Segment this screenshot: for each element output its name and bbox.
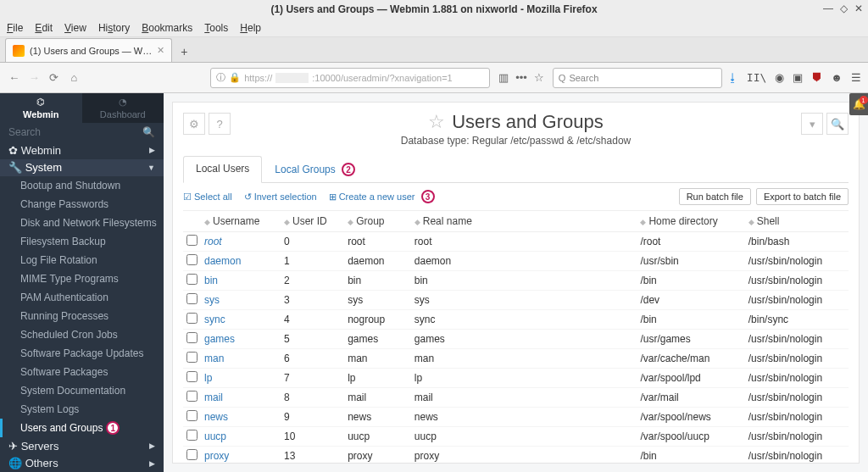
filter-button[interactable]: ▾ — [801, 113, 823, 135]
menu-edit[interactable]: Edit — [35, 22, 53, 34]
sidebar-item[interactable]: Software Package Updates — [0, 344, 164, 363]
cell-username[interactable]: man — [201, 349, 281, 369]
col-homedir[interactable]: ◆Home directory — [637, 211, 744, 232]
favorite-star-icon[interactable]: ☆ — [428, 111, 445, 133]
row-checkbox[interactable] — [183, 349, 201, 369]
col-realname[interactable]: ◆Real name — [411, 211, 637, 232]
reader-mode-icon[interactable]: ▥ — [498, 71, 509, 84]
row-checkbox[interactable] — [183, 427, 201, 447]
menu-help[interactable]: Help — [240, 22, 261, 34]
browser-tab[interactable]: (1) Users and Groups — W… ✕ — [5, 38, 172, 62]
sidebar-search[interactable]: Search 🔍 — [0, 123, 164, 142]
notification-tab[interactable]: 🔔 1 — [849, 93, 868, 115]
library-icon[interactable]: II\ — [747, 71, 766, 84]
cell-realname: mail — [411, 388, 637, 408]
cell-username[interactable]: sys — [201, 291, 281, 310]
row-checkbox[interactable] — [183, 291, 201, 310]
sidebar-item[interactable]: PAM Authentication — [0, 288, 164, 307]
tab-close-icon[interactable]: ✕ — [157, 45, 164, 56]
sidebar-icon[interactable]: ▣ — [793, 71, 803, 84]
sidebar-item[interactable]: Running Processes — [0, 307, 164, 325]
sidebar-tab-dashboard[interactable]: ◔ Dashboard — [82, 93, 164, 123]
cell-username[interactable]: sync — [201, 310, 281, 330]
notification-count: 1 — [860, 96, 868, 104]
sidebar-item[interactable]: MIME Type Programs — [0, 269, 164, 288]
sidebar-item[interactable]: Log File Rotation — [0, 251, 164, 269]
tab-local-groups[interactable]: Local Groups 2 — [262, 156, 368, 183]
cell-username[interactable]: proxy — [201, 447, 281, 464]
maximize-icon[interactable]: ◇ — [840, 3, 848, 14]
forward-button[interactable]: → — [27, 71, 42, 84]
cell-username[interactable]: games — [201, 330, 281, 349]
create-user-button[interactable]: ⊞Create a new user3 — [329, 190, 435, 203]
minimize-icon[interactable]: — — [823, 3, 833, 14]
sidebar-item[interactable]: Disk and Network Filesystems — [0, 214, 164, 232]
row-checkbox[interactable] — [183, 447, 201, 464]
help-button[interactable]: ? — [209, 113, 231, 135]
sidebar-item[interactable]: System Logs — [0, 400, 164, 419]
addon-icon[interactable]: ◉ — [775, 71, 784, 84]
sidebar-item[interactable]: Bootup and Shutdown — [0, 176, 164, 195]
row-checkbox[interactable] — [183, 310, 201, 330]
table-row: root0rootroot/root/bin/bash — [183, 232, 849, 252]
bookmark-star-icon[interactable]: ☆ — [534, 71, 544, 84]
row-checkbox[interactable] — [183, 252, 201, 271]
sidebar-section-others[interactable]: 🌐 Others ▶ — [0, 455, 164, 472]
invert-selection-button[interactable]: ↺Invert selection — [244, 192, 317, 203]
cell-username[interactable]: daemon — [201, 252, 281, 271]
reload-button[interactable]: ⟳ — [47, 71, 62, 84]
send-icon: ✈ — [8, 440, 18, 453]
search-bar[interactable]: Q Search — [553, 68, 722, 88]
col-userid[interactable]: ◆User ID — [281, 211, 344, 232]
sidebar-item[interactable]: Software Packages — [0, 363, 164, 381]
menu-bookmarks[interactable]: Bookmarks — [142, 22, 192, 34]
sidebar-tab-webmin[interactable]: ⌬ Webmin — [0, 93, 82, 123]
cell-username[interactable]: bin — [201, 271, 281, 291]
hamburger-menu-icon[interactable]: ☰ — [851, 71, 861, 84]
row-checkbox[interactable] — [183, 271, 201, 291]
row-checkbox[interactable] — [183, 330, 201, 349]
sidebar-item[interactable]: System Documentation — [0, 381, 164, 400]
close-window-icon[interactable]: ✕ — [854, 3, 863, 14]
sidebar-section-servers[interactable]: ✈ Servers ▶ — [0, 437, 164, 454]
cell-username[interactable]: uucp — [201, 427, 281, 447]
sidebar-item[interactable]: Scheduled Cron Jobs — [0, 325, 164, 344]
sidebar-item[interactable]: Change Passwords — [0, 195, 164, 214]
col-group[interactable]: ◆Group — [344, 211, 411, 232]
col-shell[interactable]: ◆Shell — [745, 211, 849, 232]
row-checkbox[interactable] — [183, 369, 201, 388]
cell-username[interactable]: root — [201, 232, 281, 252]
menu-tools[interactable]: Tools — [204, 22, 228, 34]
ublock-icon[interactable]: ⛊ — [811, 71, 822, 84]
row-checkbox[interactable] — [183, 232, 201, 252]
page-actions-icon[interactable]: ••• — [515, 71, 527, 84]
sidebar-section-system[interactable]: 🔧 System ▼ — [0, 159, 164, 176]
run-batch-button[interactable]: Run batch file — [679, 188, 751, 205]
sidebar: ⌬ Webmin ◔ Dashboard Search 🔍 ✿ Webmin ▶… — [0, 93, 164, 472]
cell-username[interactable]: lp — [201, 369, 281, 388]
export-batch-button[interactable]: Export to batch file — [756, 188, 849, 205]
search-button[interactable]: 🔍 — [826, 113, 849, 135]
row-checkbox[interactable] — [183, 388, 201, 408]
url-bar[interactable]: ⓘ 🔒 https:// :10000/useradmin/?xnavigati… — [210, 68, 490, 88]
tab-local-users[interactable]: Local Users — [183, 156, 262, 183]
sidebar-item[interactable]: Filesystem Backup — [0, 232, 164, 251]
new-tab-button[interactable]: + — [172, 42, 196, 62]
cell-username[interactable]: mail — [201, 388, 281, 408]
col-username[interactable]: ◆Username — [201, 211, 281, 232]
menu-history[interactable]: History — [98, 22, 130, 34]
row-checkbox[interactable] — [183, 408, 201, 427]
cell-group: man — [344, 349, 411, 369]
select-all-button[interactable]: ☑Select all — [183, 192, 232, 203]
cell-username[interactable]: news — [201, 408, 281, 427]
downloads-icon[interactable]: ⭳ — [727, 71, 738, 84]
home-button[interactable]: ⌂ — [67, 71, 82, 84]
back-button[interactable]: ← — [7, 71, 22, 84]
config-button[interactable]: ⚙ — [183, 113, 205, 135]
menu-file[interactable]: File — [7, 22, 23, 34]
sidebar-section-webmin[interactable]: ✿ Webmin ▶ — [0, 142, 164, 158]
sidebar-item[interactable]: Users and Groups1 — [0, 419, 164, 437]
greasemonkey-icon[interactable]: ☻ — [831, 71, 843, 84]
menu-view[interactable]: View — [64, 22, 86, 34]
info-icon[interactable]: ⓘ — [216, 71, 225, 84]
